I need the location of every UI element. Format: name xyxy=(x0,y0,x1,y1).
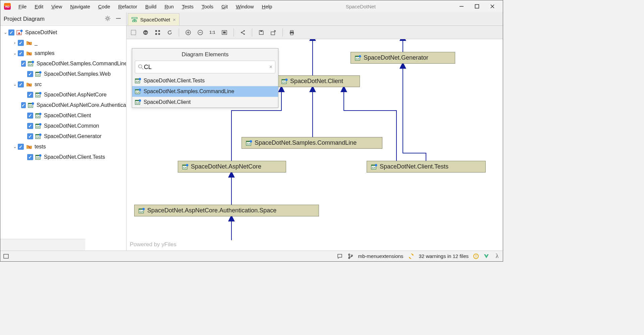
chevron-down-icon[interactable]: ⌄ xyxy=(2,30,8,35)
tree-node[interactable]: ✓C#SpaceDotNet.Common xyxy=(0,121,126,131)
close-button[interactable] xyxy=(489,3,495,9)
select-tool-icon[interactable] xyxy=(130,29,137,36)
fit-icon[interactable] xyxy=(221,29,228,36)
chat-icon[interactable] xyxy=(337,253,343,259)
zoom-actual-icon[interactable]: 1:1 xyxy=(209,29,216,36)
tree-node[interactable]: ⌄✓src xyxy=(0,79,126,89)
tree-checkbox[interactable]: ✓ xyxy=(8,29,14,36)
tree-node[interactable]: ›✓_ xyxy=(0,38,126,48)
menu-code[interactable]: Code xyxy=(94,2,114,11)
tree-node[interactable]: ✓C#SpaceDotNet.AspNetCore xyxy=(0,89,126,100)
git-branch-icon[interactable] xyxy=(347,253,354,259)
tree-node[interactable]: ✓C#SpaceDotNet.Samples.CommandLine xyxy=(0,58,126,69)
project-tree[interactable]: ⌄✓SpaceDotNet›✓_⌄✓samples✓C#SpaceDotNet.… xyxy=(0,26,126,239)
tree-node[interactable]: ✓C#SpaceDotNet.AspNetCore.Authentication… xyxy=(0,100,126,110)
svg-text:C#: C# xyxy=(36,115,40,118)
minimize-button[interactable] xyxy=(459,3,465,9)
menu-build[interactable]: Build xyxy=(141,2,160,11)
tree-node[interactable]: ✓C#SpaceDotNet.Samples.Web xyxy=(0,69,126,79)
popup-result-item[interactable]: C#SpaceDotNet.Client.Tests xyxy=(132,75,278,86)
tree-checkbox[interactable]: ✓ xyxy=(27,92,33,98)
tree-node[interactable]: ✓C#SpaceDotNet.Generator xyxy=(0,131,126,141)
tree-checkbox[interactable]: ✓ xyxy=(27,154,33,160)
tree-checkbox[interactable]: ✓ xyxy=(27,71,33,77)
csharp-project-icon: C# xyxy=(135,99,142,105)
tree-checkbox[interactable]: ✓ xyxy=(18,40,24,46)
tab-close-icon[interactable]: × xyxy=(173,17,176,22)
tree-checkbox[interactable]: ✓ xyxy=(27,113,33,119)
menu-window[interactable]: Window xyxy=(232,2,258,11)
tree-node[interactable]: ✓C#SpaceDotNet.Client.Tests xyxy=(0,152,126,162)
svg-text:C#: C# xyxy=(356,57,360,60)
popup-result-item[interactable]: C#SpaceDotNet.Samples.CommandLine xyxy=(132,86,278,97)
save-icon[interactable] xyxy=(258,29,265,36)
tree-checkbox[interactable]: ✓ xyxy=(21,102,26,108)
panel-footer xyxy=(0,239,85,251)
tab-spacedotnet[interactable]: SpaceDotNet × xyxy=(128,13,179,25)
diagram-node-label: SpaceDotNet.Generator xyxy=(364,54,428,61)
diagram-node-client_tests[interactable]: C#SpaceDotNet.Client.Tests xyxy=(367,161,486,173)
tree-node[interactable]: ✓C#SpaceDotNet.Client xyxy=(0,110,126,121)
tree-checkbox[interactable]: ✓ xyxy=(18,144,24,150)
menu-edit[interactable]: Edit xyxy=(31,2,47,11)
warning-badge-icon[interactable]: ! xyxy=(473,254,479,259)
csharp-project-icon: C# xyxy=(371,164,378,170)
export-icon[interactable] xyxy=(270,29,277,36)
refresh-icon[interactable] xyxy=(166,29,173,36)
share-icon[interactable] xyxy=(239,29,247,36)
chevron-down-icon[interactable]: ⌄ xyxy=(12,82,18,87)
zoom-out-icon[interactable] xyxy=(197,29,204,36)
popup-search-input[interactable] xyxy=(144,64,269,71)
menu-help[interactable]: Help xyxy=(258,2,276,11)
menu-file[interactable]: File xyxy=(14,2,31,11)
tree-checkbox[interactable]: ✓ xyxy=(27,123,33,129)
svg-point-127 xyxy=(348,257,350,259)
tree-node[interactable]: ⌄✓SpaceDotNet xyxy=(0,27,126,38)
lambda-icon[interactable]: λ xyxy=(494,253,500,259)
tree-checkbox[interactable]: ✓ xyxy=(27,133,33,139)
menu-tests[interactable]: Tests xyxy=(178,2,198,11)
vue-icon[interactable] xyxy=(483,253,489,259)
chevron-down-icon[interactable]: ⌄ xyxy=(12,51,18,56)
filter-icon[interactable]: Aa xyxy=(142,29,149,36)
gear-icon[interactable] xyxy=(105,15,112,23)
zoom-in-icon[interactable] xyxy=(184,29,192,36)
tree-checkbox[interactable]: ✓ xyxy=(18,50,24,56)
terminal-icon[interactable] xyxy=(3,253,9,259)
tree-node[interactable]: ⌄✓samples xyxy=(0,48,126,58)
menu-view[interactable]: View xyxy=(47,2,66,11)
diagram-node-aspnetcore[interactable]: C#SpaceDotNet.AspNetCore xyxy=(178,161,286,173)
popup-item-label: SpaceDotNet.Client xyxy=(144,99,191,105)
chevron-right-icon[interactable]: › xyxy=(12,40,18,45)
chevron-down-icon[interactable]: ⌄ xyxy=(12,144,18,149)
tree-checkbox[interactable]: ✓ xyxy=(18,81,24,87)
svg-rect-78 xyxy=(271,32,275,35)
git-branch-label[interactable]: mb-menuextensions xyxy=(358,253,404,259)
svg-point-90 xyxy=(359,55,361,57)
menu-run[interactable]: Run xyxy=(160,2,178,11)
menu-git[interactable]: Git xyxy=(217,2,232,11)
menu-tools[interactable]: Tools xyxy=(198,2,217,11)
diagram-node-generator[interactable]: C#SpaceDotNet.Generator xyxy=(351,52,455,64)
print-icon[interactable] xyxy=(288,29,296,36)
sync-icon[interactable] xyxy=(408,253,414,259)
powered-by-label: Powered by yFiles xyxy=(130,241,176,248)
diagram-node-samples_cmd[interactable]: C#SpaceDotNet.Samples.CommandLine xyxy=(241,137,382,149)
diagram-node-auth[interactable]: C#SpaceDotNet.AspNetCore.Authentication.… xyxy=(134,205,319,216)
grid-icon[interactable] xyxy=(154,29,161,36)
warnings-label[interactable]: 32 warnings in 12 files xyxy=(419,253,469,259)
tree-node[interactable]: ⌄✓tests xyxy=(0,141,126,152)
popup-search-field[interactable]: × xyxy=(135,61,275,73)
diagram-node-client[interactable]: C#SpaceDotNet.Client xyxy=(277,75,360,87)
clear-search-icon[interactable]: × xyxy=(269,64,272,70)
menu-refactor[interactable]: Refactor xyxy=(114,2,141,11)
popup-result-item[interactable]: C#SpaceDotNet.Client xyxy=(132,97,278,108)
svg-text:C#: C# xyxy=(136,91,140,94)
tree-checkbox[interactable]: ✓ xyxy=(21,61,26,67)
maximize-button[interactable] xyxy=(474,3,480,9)
csharp-project-icon: C# xyxy=(35,92,42,98)
diagram-canvas[interactable]: C#SpaceDotNet.GeneratorC#SpaceDotNet.Cli… xyxy=(126,39,503,251)
menu-navigate[interactable]: Navigate xyxy=(66,2,94,11)
collapse-icon[interactable] xyxy=(115,15,123,23)
popup-title: Diagram Elements xyxy=(132,49,278,61)
